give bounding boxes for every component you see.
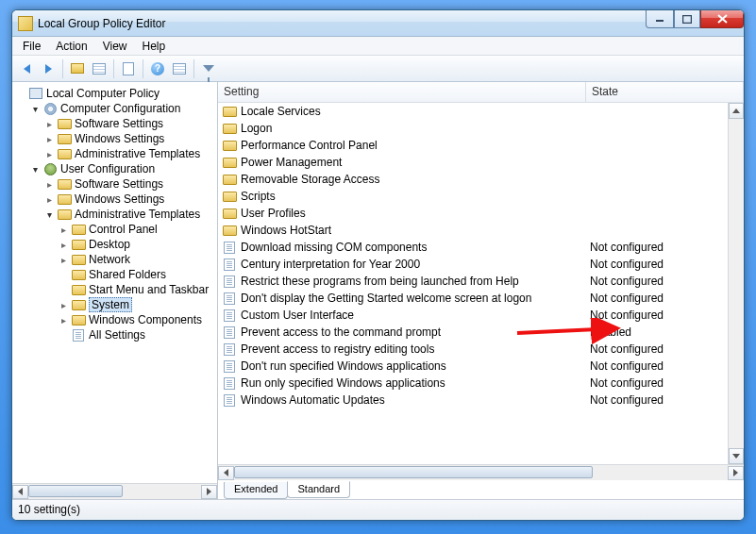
scroll-right-button[interactable] — [728, 466, 744, 480]
row-name: Windows Automatic Updates — [241, 393, 590, 407]
tab-extended[interactable]: Extended — [224, 482, 288, 499]
menu-file[interactable]: File — [16, 38, 47, 55]
list-row[interactable]: Restrict these programs from being launc… — [218, 273, 728, 290]
tree-node[interactable]: Local Computer Policy — [16, 86, 217, 101]
forward-button[interactable] — [38, 58, 59, 79]
scroll-down-button[interactable] — [729, 448, 744, 464]
scroll-thumb[interactable] — [234, 466, 593, 478]
tree-node-label: Desktop — [89, 238, 130, 251]
row-name: Don't run specified Windows applications — [241, 359, 590, 373]
setting-icon — [222, 359, 237, 373]
tree-node[interactable]: ▸System — [16, 297, 217, 312]
menu-view[interactable]: View — [96, 38, 134, 55]
list-row[interactable]: Download missing COM componentsNot confi… — [218, 239, 728, 256]
scroll-up-button[interactable] — [729, 103, 744, 119]
tree-node[interactable]: ▾Computer Configuration — [16, 101, 217, 116]
list-vscrollbar[interactable] — [728, 103, 744, 464]
list-row[interactable]: Logon — [218, 120, 728, 137]
up-button[interactable] — [67, 58, 88, 79]
expand-toggle-icon[interactable]: ▸ — [44, 194, 55, 205]
expand-toggle-icon[interactable]: ▾ — [30, 104, 41, 114]
tree-node-label: Software Settings — [75, 117, 163, 130]
export-button[interactable] — [118, 58, 139, 79]
tree-node[interactable]: Start Menu and Taskbar — [16, 282, 217, 297]
help-button[interactable]: ? — [147, 58, 168, 79]
tree-node[interactable]: ▸Software Settings — [16, 176, 217, 192]
column-setting[interactable]: Setting — [218, 82, 586, 102]
expand-toggle-icon[interactable]: ▸ — [44, 119, 55, 129]
back-button[interactable] — [16, 58, 37, 79]
tree-node[interactable]: ▸Network — [16, 252, 217, 267]
column-state[interactable]: State — [586, 82, 744, 102]
expand-toggle-icon[interactable]: ▸ — [59, 300, 69, 310]
list-row[interactable]: Windows Automatic UpdatesNot configured — [218, 392, 728, 409]
tree-node-label: System — [89, 297, 132, 312]
expand-toggle-icon[interactable]: ▸ — [44, 134, 55, 144]
scroll-track[interactable] — [729, 119, 744, 448]
tree-node[interactable]: ▸Windows Settings — [16, 192, 217, 207]
list-row[interactable]: Performance Control Panel — [218, 137, 728, 154]
close-button[interactable] — [700, 10, 744, 28]
expand-toggle-icon[interactable]: ▾ — [44, 209, 55, 220]
list-row[interactable]: Removable Storage Access — [218, 171, 728, 188]
list-row[interactable]: Locale Services — [218, 103, 728, 120]
list-row[interactable]: Don't display the Getting Started welcom… — [218, 290, 728, 307]
scroll-track[interactable] — [28, 485, 201, 499]
tree-node[interactable]: ▸Windows Settings — [16, 131, 217, 146]
row-state: Not configured — [590, 309, 728, 322]
foldericon-icon — [71, 238, 86, 251]
row-name: Restrict these programs from being launc… — [241, 275, 590, 288]
tree-node[interactable]: ▾User Configuration — [16, 161, 217, 176]
toolbar-separator — [193, 59, 194, 78]
titlebar[interactable]: Local Group Policy Editor — [12, 10, 744, 37]
scroll-track[interactable] — [234, 466, 728, 480]
row-name: Don't display the Getting Started welcom… — [241, 292, 590, 305]
expand-toggle-icon[interactable]: ▸ — [59, 225, 69, 235]
options-button[interactable] — [169, 58, 190, 79]
filter-button[interactable] — [198, 58, 219, 79]
expand-toggle-icon[interactable]: ▸ — [59, 315, 69, 325]
tree-node[interactable]: ▸Administrative Templates — [16, 146, 217, 161]
list-row[interactable]: Custom User InterfaceNot configured — [218, 307, 728, 324]
list-hscrollbar[interactable] — [218, 464, 744, 480]
list-row[interactable]: Windows HotStart — [218, 222, 728, 239]
scroll-left-button[interactable] — [12, 485, 28, 499]
expand-toggle-icon[interactable]: ▸ — [59, 240, 69, 250]
tree-node[interactable]: ▸Desktop — [16, 237, 217, 252]
menu-action[interactable]: Action — [49, 38, 93, 55]
tree-node[interactable]: ▸Windows Components — [16, 312, 217, 327]
list-row[interactable]: Power Management — [218, 154, 728, 171]
scroll-left-button[interactable] — [218, 466, 234, 480]
scroll-right-button[interactable] — [201, 485, 217, 499]
setting-icon — [222, 342, 237, 356]
list-row[interactable]: Prevent access to registry editing tools… — [218, 341, 728, 358]
list-row[interactable]: Run only specified Windows applicationsN… — [218, 375, 728, 392]
expand-toggle-icon[interactable]: ▾ — [30, 164, 41, 175]
minimize-button[interactable] — [646, 10, 674, 28]
properties-button[interactable] — [89, 58, 109, 79]
setting-icon — [222, 275, 237, 288]
expand-toggle-icon[interactable]: ▸ — [44, 149, 55, 159]
list-row[interactable]: Prevent access to the command promptEnab… — [218, 324, 728, 341]
content-area: Local Computer Policy▾Computer Configura… — [12, 82, 744, 499]
folder-icon — [222, 207, 237, 220]
menu-help[interactable]: Help — [136, 38, 173, 55]
tree-node[interactable]: Shared Folders — [16, 267, 217, 282]
tab-standard[interactable]: Standard — [287, 481, 350, 498]
expand-toggle-icon[interactable]: ▸ — [59, 255, 69, 265]
scroll-thumb[interactable] — [28, 485, 123, 497]
list-row[interactable]: Scripts — [218, 188, 728, 205]
tree-hscrollbar[interactable] — [12, 483, 217, 499]
list-row[interactable]: Century interpretation for Year 2000Not … — [218, 256, 728, 273]
tree-node[interactable]: ▸Software Settings — [16, 116, 217, 131]
list-row[interactable]: User Profiles — [218, 205, 728, 222]
maximize-button[interactable] — [674, 10, 700, 28]
tree-node[interactable]: All Settings — [16, 327, 217, 342]
pageicon-icon — [71, 328, 86, 342]
tree-node[interactable]: ▾Administrative Templates — [16, 207, 217, 222]
setting-icon — [222, 241, 237, 254]
tree-node-label: Administrative Templates — [75, 208, 200, 221]
tree-node[interactable]: ▸Control Panel — [16, 222, 217, 237]
list-row[interactable]: Don't run specified Windows applications… — [218, 358, 728, 375]
expand-toggle-icon[interactable]: ▸ — [44, 179, 55, 190]
